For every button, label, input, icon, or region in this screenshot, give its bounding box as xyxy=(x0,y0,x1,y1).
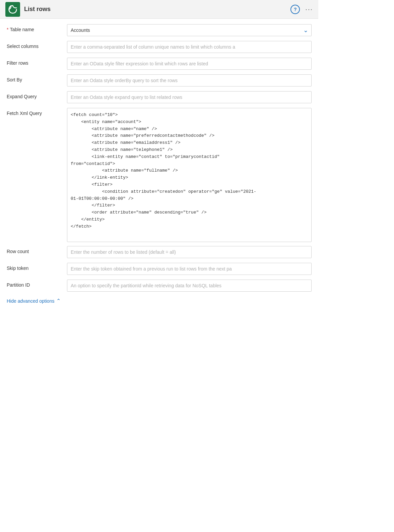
table-name-select[interactable]: Accounts ⌄ xyxy=(67,24,312,36)
expand-query-input[interactable] xyxy=(67,91,312,103)
filter-rows-row: Filter rows xyxy=(7,58,312,70)
more-options-button[interactable]: ··· xyxy=(305,5,313,13)
help-button[interactable]: ? xyxy=(290,5,300,14)
partition-id-row: Partition ID xyxy=(7,280,312,292)
chevron-down-icon: ⌄ xyxy=(303,26,308,34)
filter-rows-label: Filter rows xyxy=(7,58,67,66)
table-name-select-wrapper: Accounts ⌄ xyxy=(67,24,312,36)
skip-token-label: Skip token xyxy=(7,263,67,271)
expand-query-row: Expand Query xyxy=(7,91,312,104)
row-count-input[interactable] xyxy=(67,246,312,258)
sort-by-input[interactable] xyxy=(67,74,312,86)
required-star: * xyxy=(7,27,8,32)
row-count-row: Row count xyxy=(7,246,312,259)
filter-rows-input[interactable] xyxy=(67,58,312,70)
partition-id-input[interactable] xyxy=(67,280,312,292)
skip-token-row: Skip token xyxy=(7,263,312,276)
row-count-label: Row count xyxy=(7,246,67,254)
header-right: ? ··· xyxy=(290,5,313,14)
sort-by-row: Sort By xyxy=(7,74,312,87)
skip-token-input[interactable] xyxy=(67,263,312,275)
select-columns-input[interactable] xyxy=(67,41,312,53)
page-title: List rows xyxy=(24,6,51,13)
fetch-xml-row: Fetch Xml Query <fetch count="10"> <enti… xyxy=(7,108,312,242)
select-columns-label: Select columns xyxy=(7,41,67,49)
header-left: List rows xyxy=(5,2,51,17)
chevron-up-icon: ⌃ xyxy=(56,298,61,304)
expand-query-label: Expand Query xyxy=(7,91,67,99)
partition-id-label: Partition ID xyxy=(7,280,67,288)
fetch-xml-textarea[interactable]: <fetch count="10"> <entity name="account… xyxy=(67,108,312,242)
table-name-label: *Table name xyxy=(7,24,67,32)
table-name-row: *Table name Accounts ⌄ xyxy=(7,24,312,37)
header: List rows ? ··· xyxy=(0,0,318,19)
select-columns-row: Select columns xyxy=(7,41,312,54)
form-container: *Table name Accounts ⌄ Select columns Fi… xyxy=(0,19,318,309)
sort-by-label: Sort By xyxy=(7,74,67,82)
fetch-xml-label: Fetch Xml Query xyxy=(7,108,67,116)
app-logo xyxy=(5,2,20,17)
hide-advanced-button[interactable]: Hide advanced options ⌃ xyxy=(7,298,312,304)
